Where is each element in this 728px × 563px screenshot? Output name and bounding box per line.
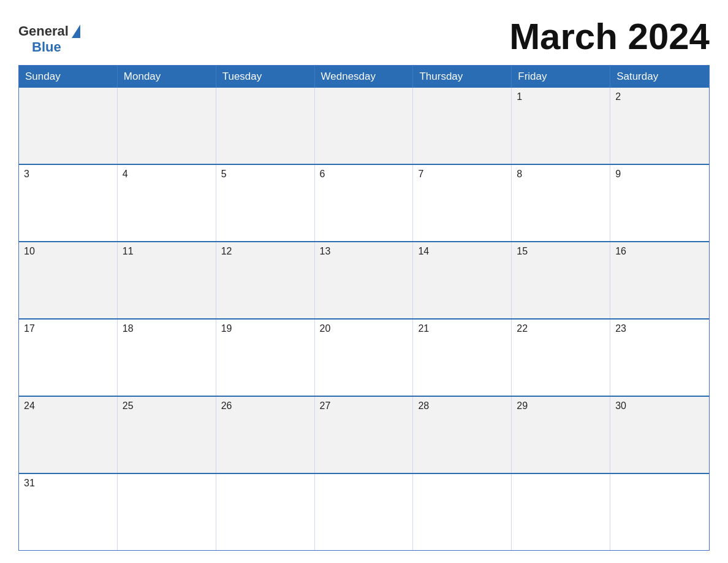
day-number: 22 — [517, 323, 528, 334]
day-cell: 24 — [19, 397, 118, 473]
day-cell: 29 — [512, 397, 610, 473]
day-number: 14 — [418, 246, 429, 256]
day-cell: 23 — [610, 320, 709, 396]
day-header-tuesday: Tuesday — [216, 66, 315, 88]
day-cell: 11 — [118, 242, 216, 318]
weeks-container: 1234567891011121314151617181920212223242… — [19, 88, 709, 550]
day-header-wednesday: Wednesday — [315, 66, 414, 88]
day-number: 16 — [615, 246, 626, 256]
week-row-1: 12 — [19, 88, 709, 164]
day-number: 27 — [320, 400, 331, 411]
day-headers: Sunday Monday Tuesday Wednesday Thursday… — [19, 66, 709, 88]
day-number: 23 — [615, 323, 626, 334]
day-cell: 19 — [216, 320, 315, 396]
day-number: 21 — [418, 323, 429, 334]
day-cell — [118, 474, 216, 550]
day-cell: 7 — [413, 165, 512, 241]
day-number: 19 — [221, 323, 232, 334]
logo: General Blue — [18, 23, 80, 55]
day-cell — [413, 474, 512, 550]
day-header-friday: Friday — [512, 66, 610, 88]
week-row-2: 3456789 — [19, 164, 709, 241]
day-number: 28 — [418, 400, 429, 411]
day-cell: 17 — [19, 320, 118, 396]
day-cell: 21 — [413, 320, 512, 396]
day-number: 26 — [221, 400, 232, 411]
day-cell — [315, 474, 414, 550]
day-cell: 27 — [315, 397, 414, 473]
day-cell: 9 — [610, 165, 709, 241]
calendar: Sunday Monday Tuesday Wednesday Thursday… — [18, 65, 710, 551]
logo-general-text: General — [18, 23, 69, 39]
day-cell: 1 — [512, 88, 610, 164]
day-cell: 15 — [512, 242, 610, 318]
day-number: 13 — [320, 246, 331, 256]
day-cell — [118, 88, 216, 164]
day-number: 11 — [123, 246, 134, 256]
day-cell: 8 — [512, 165, 610, 241]
day-header-saturday: Saturday — [610, 66, 709, 88]
logo-triangle-icon — [72, 25, 80, 38]
day-cell: 25 — [118, 397, 216, 473]
day-cell: 5 — [216, 165, 315, 241]
day-cell — [19, 88, 118, 164]
day-header-sunday: Sunday — [19, 66, 118, 88]
day-cell: 10 — [19, 242, 118, 318]
day-number: 9 — [615, 169, 621, 179]
day-number: 12 — [221, 246, 232, 256]
day-cell — [413, 88, 512, 164]
day-cell — [315, 88, 414, 164]
week-row-3: 10111213141516 — [19, 241, 709, 318]
day-cell: 14 — [413, 242, 512, 318]
day-number: 17 — [24, 323, 35, 334]
day-cell: 12 — [216, 242, 315, 318]
day-number: 1 — [517, 91, 522, 102]
day-number: 24 — [24, 400, 35, 411]
week-row-6: 31 — [19, 473, 709, 550]
logo-blue-text: Blue — [32, 39, 61, 55]
day-number: 7 — [418, 169, 423, 179]
day-number: 29 — [517, 400, 528, 411]
day-cell: 20 — [315, 320, 414, 396]
day-number: 15 — [517, 246, 528, 256]
day-cell — [610, 474, 709, 550]
logo-text: General — [18, 23, 80, 39]
day-number: 6 — [320, 169, 325, 179]
day-number: 25 — [123, 400, 134, 411]
day-number: 8 — [517, 169, 522, 179]
day-cell: 28 — [413, 397, 512, 473]
day-cell: 16 — [610, 242, 709, 318]
day-cell: 13 — [315, 242, 414, 318]
week-row-5: 24252627282930 — [19, 396, 709, 473]
day-cell: 2 — [610, 88, 709, 164]
day-cell: 26 — [216, 397, 315, 473]
day-cell — [216, 88, 315, 164]
day-number: 31 — [24, 478, 35, 488]
day-cell: 3 — [19, 165, 118, 241]
day-cell — [512, 474, 610, 550]
day-number: 5 — [221, 169, 227, 179]
day-cell: 4 — [118, 165, 216, 241]
day-cell: 22 — [512, 320, 610, 396]
day-number: 30 — [615, 400, 626, 411]
day-cell: 31 — [19, 474, 118, 550]
day-cell: 18 — [118, 320, 216, 396]
week-row-4: 17181920212223 — [19, 318, 709, 396]
day-number: 3 — [24, 169, 29, 179]
day-cell: 30 — [610, 397, 709, 473]
day-cell — [216, 474, 315, 550]
day-cell: 6 — [315, 165, 414, 241]
header: General Blue March 2024 — [18, 18, 710, 55]
day-number: 20 — [320, 323, 331, 334]
day-number: 4 — [123, 169, 128, 179]
day-number: 18 — [123, 323, 134, 334]
day-header-monday: Monday — [118, 66, 216, 88]
day-header-thursday: Thursday — [413, 66, 512, 88]
calendar-page: General Blue March 2024 Sunday Monday Tu… — [0, 0, 728, 563]
day-number: 10 — [24, 246, 35, 256]
month-title: March 2024 — [509, 18, 710, 55]
day-number: 2 — [615, 91, 621, 102]
